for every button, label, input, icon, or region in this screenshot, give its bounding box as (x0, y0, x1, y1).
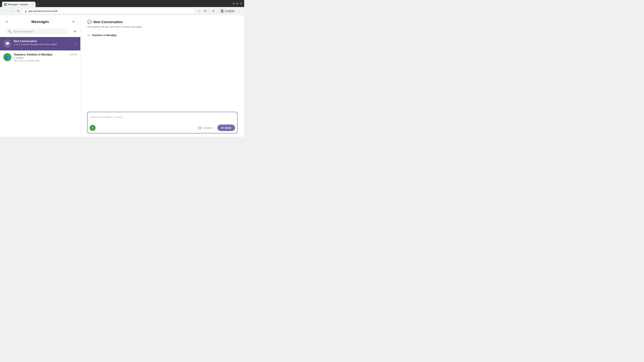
split-view-btn[interactable]: ⊡ (211, 8, 216, 14)
message-area[interactable] (80, 39, 244, 108)
main-title-text: New Conversation (94, 20, 122, 24)
tab-title: Messages - Seesaw (8, 3, 30, 6)
bookmark-btn[interactable]: ☆ (196, 8, 202, 14)
recipient-value: Teachers in Moodjoy (92, 34, 117, 36)
main-area: 💬 New Conversation All recipients will s… (80, 15, 244, 137)
conv-name-new: New Conversation (14, 40, 77, 43)
avatar-teachers: 👥 (3, 53, 12, 61)
main-subtitle: All recipients will see each other's nam… (87, 25, 238, 28)
to-label: To (87, 34, 90, 36)
conv-close-btn-new[interactable]: × (73, 41, 78, 46)
header-chat-icon: 💬 (87, 20, 92, 24)
sidebar-header: × Messages ✏ (0, 15, 80, 27)
compose-input[interactable] (88, 112, 237, 122)
sidebar-title: Messages (11, 19, 70, 24)
filter-btn[interactable]: ⚙ (72, 29, 78, 34)
recipients-row: To Teachers in Moodjoy (80, 31, 244, 39)
main-header: 💬 New Conversation All recipients will s… (80, 15, 244, 31)
browser-menu-btn[interactable]: ⋮ (237, 8, 242, 14)
tab-bar: S Messages - Seesaw × + (2, 0, 40, 7)
conversation-item-new[interactable]: 💬 New Conversation 1-on-1 or group messa… (0, 37, 80, 50)
extensions-btn[interactable]: ⊞ (202, 8, 208, 14)
conv-content-teachers: Teachers, Families in Moodjoy 5:44 PM 1 … (14, 53, 77, 62)
browser-frame: S Messages - Seesaw × + — ⊡ × ← → (0, 0, 244, 137)
url-display: app.seesaw.me/c/conv.draft (28, 10, 58, 12)
sidebar-close-btn[interactable]: × (4, 19, 10, 24)
app-content: × Messages ✏ 🔍 ⚙ (0, 15, 244, 137)
close-window-btn[interactable]: × (240, 2, 242, 5)
reload-btn[interactable]: ↻ (16, 8, 21, 14)
incognito-indicator: 🕵 Incognito (219, 9, 236, 13)
conv-content-new: New Conversation 1-on-1 or group message… (14, 40, 77, 45)
conv-member-count: 1 member (14, 56, 77, 59)
new-tab-btn[interactable]: + (36, 2, 40, 7)
search-icon: 🔍 (8, 30, 12, 33)
maximize-btn[interactable]: ⊡ (236, 2, 238, 5)
conversation-item-teachers[interactable]: 👥 Teachers, Families in Moodjoy 5:44 PM … (0, 50, 80, 64)
attach-btn[interactable]: + (90, 125, 96, 131)
browser-titlebar: S Messages - Seesaw × + — ⊡ × (0, 0, 244, 7)
minimize-btn[interactable]: — (232, 2, 235, 5)
schedule-btn[interactable]: 🕐 Schedule (195, 125, 215, 131)
address-bar[interactable]: 🔒 app.seesaw.me/c/conv.draft (22, 8, 195, 14)
search-input[interactable] (13, 30, 66, 33)
conversation-list: 💬 New Conversation 1-on-1 or group messa… (0, 37, 80, 137)
sidebar: × Messages ✏ 🔍 ⚙ (0, 15, 80, 137)
conv-name-teachers: Teachers, Families in Moodjoy (14, 53, 52, 56)
search-bar[interactable]: 🔍 (5, 28, 68, 34)
conv-time-teachers: 5:44 PM (70, 53, 77, 56)
conv-preview-teachers: You: This is a sample note. (14, 59, 77, 62)
compose-actions: 🕐 Schedule ➤ Send (195, 124, 235, 131)
tab-close-btn[interactable]: × (31, 3, 34, 6)
tab-favicon: S (4, 3, 7, 6)
browser-toolbar: ← → ↻ 🔒 app.seesaw.me/c/conv.draft ☆ ⊞ ⊡ (0, 7, 244, 15)
conv-subtitle-new: 1-on-1 or group message with shared repl… (14, 43, 77, 45)
toolbar-right: ☆ ⊞ ⊡ 🕵 Incognito ⋮ (196, 8, 242, 14)
compose-area: + 🕐 Schedule ➤ Send (87, 112, 238, 133)
schedule-icon: 🕐 (198, 126, 202, 130)
send-btn[interactable]: ➤ Send (217, 124, 235, 131)
send-icon: ➤ (221, 126, 224, 129)
compose-new-btn[interactable]: ✏ (71, 19, 76, 24)
conv-header-title: 💬 New Conversation (87, 20, 238, 24)
active-tab[interactable]: S Messages - Seesaw × (2, 2, 36, 7)
compose-toolbar: + 🕐 Schedule ➤ Send (88, 123, 237, 133)
back-btn[interactable]: ← (2, 8, 8, 14)
avatar-new-conversation: 💬 (3, 40, 12, 48)
forward-btn[interactable]: → (9, 8, 14, 14)
